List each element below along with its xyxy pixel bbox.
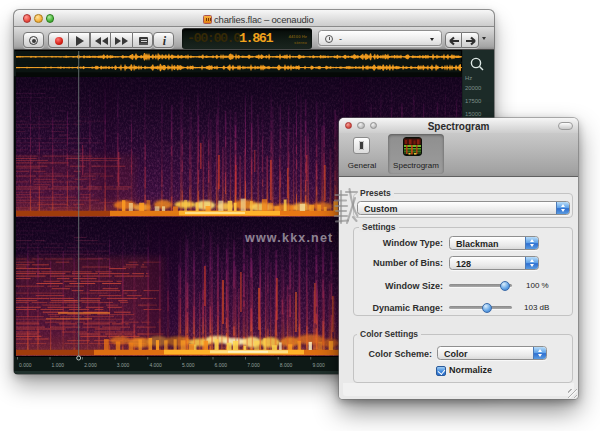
svg-text:2.000: 2.000 — [84, 362, 97, 368]
svg-text:6.000: 6.000 — [215, 362, 228, 368]
svg-text:4.000: 4.000 — [149, 362, 162, 368]
svg-text:20000: 20000 — [465, 85, 482, 91]
svg-text:0.000: 0.000 — [19, 362, 32, 368]
svg-text:1.000: 1.000 — [52, 362, 65, 368]
svg-text:8.000: 8.000 — [280, 362, 293, 368]
svg-text:Hz: Hz — [465, 75, 472, 81]
svg-text:9.000: 9.000 — [312, 362, 325, 368]
svg-text:5.000: 5.000 — [182, 362, 195, 368]
svg-text:15000: 15000 — [465, 111, 482, 117]
svg-text:7.000: 7.000 — [247, 362, 260, 368]
svg-text:3.000: 3.000 — [117, 362, 130, 368]
svg-text:17500: 17500 — [465, 98, 482, 104]
